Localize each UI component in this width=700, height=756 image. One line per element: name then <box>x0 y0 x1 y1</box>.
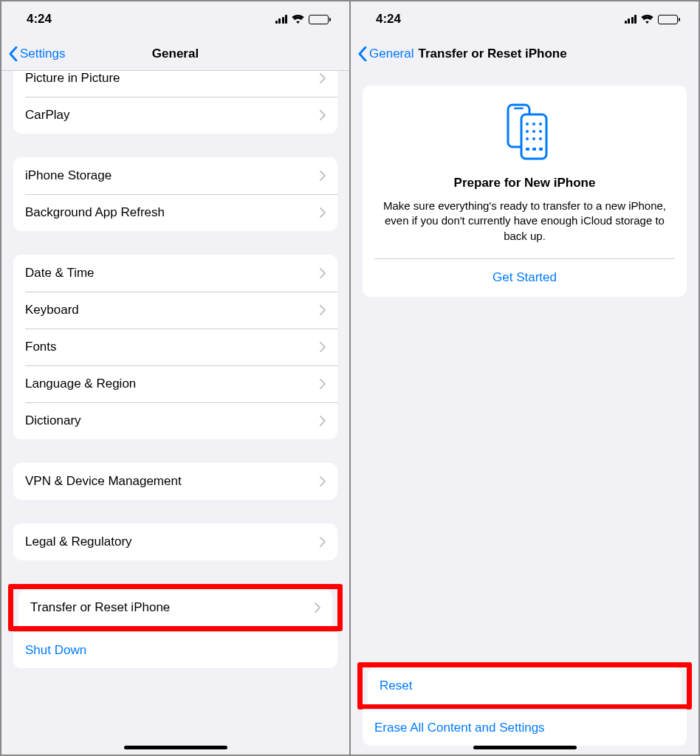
list-group: Shut Down <box>13 631 337 668</box>
highlight-box: Reset <box>357 662 692 709</box>
svg-point-11 <box>539 137 542 140</box>
chevron-right-icon <box>320 342 326 352</box>
status-indicators <box>625 15 679 24</box>
back-button[interactable]: General <box>358 47 414 61</box>
cellular-icon <box>625 15 637 24</box>
list-item-erase-all[interactable]: Erase All Content and Settings <box>363 709 687 746</box>
item-label: Legal & Regulatory <box>25 535 132 549</box>
item-label: Language & Region <box>25 377 136 391</box>
nav-header: Settings General <box>1 37 349 71</box>
get-started-button[interactable]: Get Started <box>376 258 673 297</box>
list-item-reset[interactable]: Reset <box>368 667 682 704</box>
phones-icon <box>376 103 673 161</box>
svg-point-10 <box>532 137 535 140</box>
back-label: General <box>369 47 414 61</box>
svg-point-7 <box>532 130 535 133</box>
item-label: iPhone Storage <box>25 168 111 183</box>
list-group: iPhone Storage Background App Refresh <box>13 157 337 231</box>
list-item-shut-down[interactable]: Shut Down <box>13 631 337 668</box>
list-group: Legal & Regulatory <box>13 523 337 560</box>
screen-general: 4:24 Settings General Picture in Picture… <box>1 1 349 755</box>
svg-rect-2 <box>521 114 546 159</box>
svg-point-5 <box>539 123 542 126</box>
chevron-right-icon <box>320 268 326 278</box>
content-area: Picture in Picture CarPlay iPhone Storag… <box>1 71 349 755</box>
wifi-icon <box>292 15 304 24</box>
list-group: Date & Time Keyboard Fonts Language & Re… <box>13 255 337 439</box>
card-description: Make sure everything's ready to transfer… <box>376 199 673 258</box>
item-label: Shut Down <box>25 643 86 658</box>
svg-rect-12 <box>526 148 529 151</box>
list-item-vpn-device-management[interactable]: VPN & Device Management <box>13 463 337 500</box>
chevron-right-icon <box>320 379 326 389</box>
svg-rect-1 <box>514 108 524 110</box>
chevron-right-icon <box>320 207 326 218</box>
item-label: Reset <box>380 678 412 693</box>
svg-point-6 <box>526 130 529 133</box>
chevron-right-icon <box>320 110 326 120</box>
home-indicator[interactable] <box>124 746 227 749</box>
nav-title: Transfer or Reset iPhone <box>418 47 566 61</box>
prepare-card: Prepare for New iPhone Make sure everyth… <box>363 86 687 297</box>
list-item-keyboard[interactable]: Keyboard <box>13 292 337 329</box>
list-group: Picture in Picture CarPlay <box>13 71 337 134</box>
content-area: Prepare for New iPhone Make sure everyth… <box>351 71 699 755</box>
chevron-right-icon <box>320 171 326 181</box>
home-indicator[interactable] <box>473 746 577 749</box>
list-group: VPN & Device Management <box>13 463 337 500</box>
wifi-icon <box>641 15 653 24</box>
item-label: Keyboard <box>25 303 79 317</box>
item-label: Fonts <box>25 340 57 354</box>
item-label: Transfer or Reset iPhone <box>30 600 170 615</box>
battery-icon <box>309 15 329 24</box>
back-button[interactable]: Settings <box>9 47 65 61</box>
highlight-box: Transfer or Reset iPhone <box>8 584 343 631</box>
status-time: 4:24 <box>27 12 52 27</box>
chevron-left-icon <box>358 47 367 61</box>
list-item-language-region[interactable]: Language & Region <box>13 365 337 402</box>
status-time: 4:24 <box>376 12 401 27</box>
chevron-right-icon <box>320 305 326 315</box>
chevron-right-icon <box>320 416 326 426</box>
list-item-legal-regulatory[interactable]: Legal & Regulatory <box>13 523 337 560</box>
svg-rect-13 <box>532 148 536 151</box>
status-bar: 4:24 <box>1 1 349 37</box>
svg-point-9 <box>526 137 529 140</box>
chevron-left-icon <box>9 47 18 61</box>
card-heading: Prepare for New iPhone <box>376 176 673 190</box>
status-bar: 4:24 <box>351 1 699 37</box>
list-item-picture-in-picture[interactable]: Picture in Picture <box>13 71 337 97</box>
list-item-background-app-refresh[interactable]: Background App Refresh <box>13 194 337 231</box>
list-item-transfer-reset[interactable]: Transfer or Reset iPhone <box>18 589 332 626</box>
cellular-icon <box>275 15 288 24</box>
svg-point-4 <box>532 123 535 126</box>
svg-point-8 <box>539 130 542 133</box>
item-label: CarPlay <box>25 108 69 123</box>
list-item-fonts[interactable]: Fonts <box>13 329 337 365</box>
item-label: Dictionary <box>25 413 81 428</box>
nav-header: General Transfer or Reset iPhone <box>351 37 699 71</box>
item-label: Date & Time <box>25 266 95 281</box>
item-label: Picture in Picture <box>25 71 120 86</box>
chevron-right-icon <box>315 602 320 613</box>
item-label: Erase All Content and Settings <box>374 721 545 735</box>
battery-icon <box>658 15 678 24</box>
item-label: Background App Refresh <box>25 205 165 220</box>
svg-point-3 <box>526 123 529 126</box>
back-label: Settings <box>20 47 65 61</box>
list-item-date-time[interactable]: Date & Time <box>13 255 337 292</box>
list-item-dictionary[interactable]: Dictionary <box>13 402 337 439</box>
chevron-right-icon <box>320 476 326 487</box>
chevron-right-icon <box>320 73 326 83</box>
item-label: VPN & Device Management <box>25 474 182 489</box>
screen-transfer-reset: 4:24 General Transfer or Reset iPhone <box>351 1 699 755</box>
status-indicators <box>275 15 329 24</box>
chevron-right-icon <box>320 537 326 547</box>
list-group: Erase All Content and Settings <box>363 709 687 746</box>
list-item-carplay[interactable]: CarPlay <box>13 97 337 134</box>
svg-rect-14 <box>539 148 543 151</box>
list-item-iphone-storage[interactable]: iPhone Storage <box>13 157 337 194</box>
